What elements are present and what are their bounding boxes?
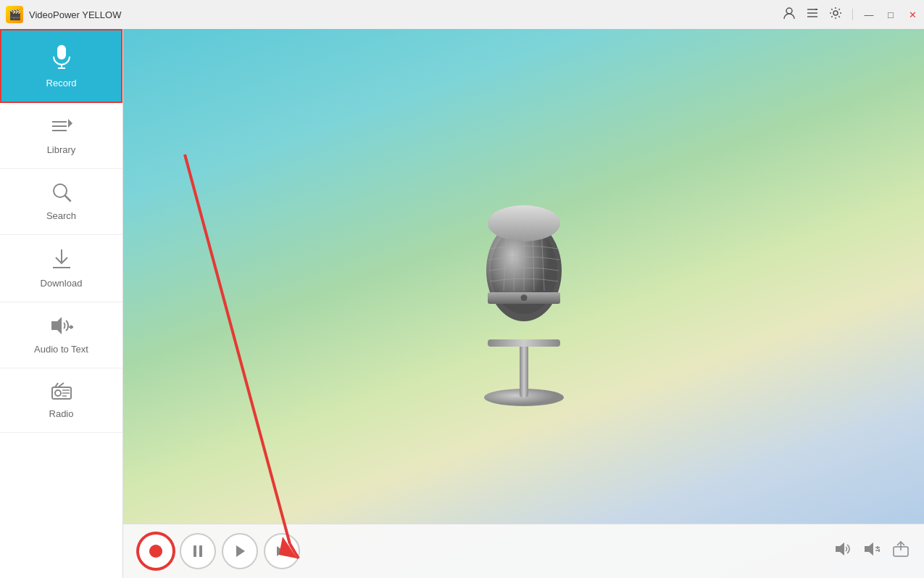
microphone-image — [451, 176, 596, 408]
svg-rect-45 — [199, 545, 202, 557]
next-button[interactable] — [264, 533, 300, 569]
svg-point-0 — [786, 8, 792, 14]
svg-marker-49 — [836, 542, 844, 556]
export-icon[interactable] — [892, 541, 910, 561]
settings-icon[interactable] — [829, 7, 842, 22]
titlebar: 🎬 VideoPower YELLOW — — [0, 0, 924, 29]
sidebar-item-download[interactable]: Download — [0, 235, 122, 302]
app-logo: 🎬 — [6, 6, 23, 23]
sidebar-item-record[interactable]: Record — [0, 29, 122, 103]
window-controls: — □ ✕ — [783, 7, 918, 22]
sidebar-item-audio-to-text[interactable]: Audio to Text — [0, 302, 122, 368]
sidebar-label-library: Library — [47, 144, 76, 155]
svg-rect-6 — [57, 45, 66, 59]
svg-point-22 — [55, 390, 61, 396]
svg-point-5 — [833, 11, 838, 15]
search-icon — [51, 182, 72, 206]
svg-marker-47 — [277, 546, 284, 556]
sidebar-item-radio[interactable]: Radio — [0, 368, 122, 433]
sidebar-label-search: Search — [46, 210, 76, 221]
close-button[interactable]: ✕ — [907, 9, 918, 20]
audio-to-text-icon — [50, 315, 73, 339]
app-body: Record Library Search — [0, 29, 924, 578]
minimize-button[interactable]: — — [863, 9, 875, 20]
svg-marker-50 — [865, 542, 873, 556]
user-icon[interactable] — [783, 7, 796, 22]
sidebar: Record Library Search — [0, 29, 123, 578]
playback-bar — [123, 524, 924, 578]
download-icon — [51, 248, 72, 273]
record-button[interactable] — [138, 533, 174, 569]
sidebar-item-library[interactable]: Library — [0, 103, 122, 169]
audio-settings-icon[interactable] — [863, 541, 881, 561]
list-icon[interactable] — [806, 7, 819, 22]
svg-rect-29 — [520, 343, 528, 397]
main-content — [123, 29, 924, 578]
volume-icon[interactable] — [834, 541, 852, 561]
svg-marker-46 — [236, 545, 245, 557]
sidebar-label-audio-to-text: Audio to Text — [34, 344, 88, 355]
svg-line-14 — [65, 196, 70, 201]
svg-point-34 — [520, 294, 528, 302]
sidebar-item-search[interactable]: Search — [0, 169, 122, 235]
next-icon — [275, 545, 288, 558]
microphone-icon — [50, 44, 73, 73]
maximize-button[interactable]: □ — [885, 9, 896, 20]
library-icon — [51, 116, 72, 140]
radio-icon — [51, 381, 72, 404]
play-icon — [234, 545, 246, 558]
svg-rect-48 — [285, 546, 287, 556]
svg-rect-30 — [488, 339, 560, 347]
record-dot — [149, 545, 162, 558]
app-title: VideoPower YELLOW — [29, 9, 121, 20]
mic-graphic — [451, 176, 596, 408]
svg-marker-12 — [68, 119, 72, 128]
pause-button[interactable] — [180, 533, 216, 569]
sidebar-label-record: Record — [46, 78, 77, 88]
play-button[interactable] — [222, 533, 258, 569]
sidebar-label-radio: Radio — [49, 408, 74, 419]
svg-rect-44 — [193, 545, 196, 557]
svg-marker-17 — [51, 317, 62, 334]
sidebar-label-download: Download — [41, 278, 83, 289]
right-controls — [834, 541, 910, 561]
pause-icon — [192, 545, 204, 558]
